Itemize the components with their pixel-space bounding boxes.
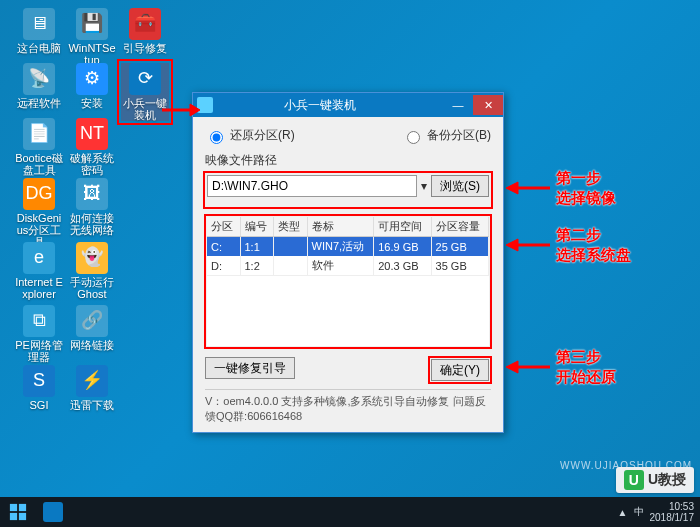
window-title: 小兵一键装机 [217, 97, 443, 114]
desktop-icon-diskgenius[interactable]: DGDiskGenius分区工具 [15, 178, 63, 248]
backup-radio[interactable]: 备份分区(B) [402, 127, 491, 144]
bootice-icon: 📄 [23, 118, 55, 150]
install-icon: ⚙ [76, 63, 108, 95]
arrow-icon [160, 100, 200, 120]
icon-label: 手动运行Ghost [68, 276, 116, 300]
browse-button[interactable]: 浏览(S) [431, 175, 489, 197]
desktop-icon-ghost[interactable]: 👻手动运行Ghost [68, 242, 116, 300]
annotation-step3: 第三步开始还原 [556, 347, 616, 386]
taskbar-app[interactable] [36, 497, 70, 527]
icon-label: 破解系统密码 [68, 152, 116, 176]
icon-label: 如何连接无线网络 [68, 212, 116, 236]
desktop-icon-wifi[interactable]: 🖼如何连接无线网络 [68, 178, 116, 236]
diskgenius-icon: DG [23, 178, 55, 210]
backup-radio-input[interactable] [407, 131, 420, 144]
restore-radio[interactable]: 还原分区(R) [205, 127, 295, 144]
svg-marker-3 [506, 182, 518, 194]
tray-icon[interactable]: ▲ [618, 507, 628, 518]
desktop-icon-ie[interactable]: eInternet Explorer [15, 242, 63, 300]
icon-label: 这台电脑 [15, 42, 63, 54]
desktop-icon-boot-repair[interactable]: 🧰引导修复 [121, 8, 169, 54]
svg-rect-10 [10, 513, 17, 520]
desktop-icon-this-pc[interactable]: 🖥这台电脑 [15, 8, 63, 54]
icon-label: 安装 [68, 97, 116, 109]
minimize-button[interactable]: — [443, 95, 473, 115]
taskbar[interactable]: ▲ 中 10:53 2018/1/17 [0, 497, 700, 527]
ghost-icon: 👻 [76, 242, 108, 274]
netlink-icon: 🔗 [76, 305, 108, 337]
ie-icon: e [23, 242, 55, 274]
boot-repair-icon: 🧰 [129, 8, 161, 40]
repair-boot-button[interactable]: 一键修复引导 [205, 357, 295, 379]
close-button[interactable]: ✕ [473, 95, 503, 115]
remote-icon: 📡 [23, 63, 55, 95]
icon-label: SGI [15, 399, 63, 411]
ok-button[interactable]: 确定(Y) [431, 359, 489, 381]
svg-marker-1 [190, 104, 200, 116]
image-path-label: 映像文件路径 [205, 152, 491, 169]
svg-marker-5 [506, 239, 518, 251]
desktop-icon-thunder[interactable]: ⚡迅雷下载 [68, 365, 116, 411]
dropdown-icon[interactable]: ▾ [421, 179, 427, 193]
clock[interactable]: 10:53 2018/1/17 [650, 501, 695, 523]
titlebar[interactable]: 小兵一键装机 — ✕ [193, 93, 503, 117]
winnt-icon: 💾 [76, 8, 108, 40]
desktop-icon-remote[interactable]: 📡远程软件 [15, 63, 63, 109]
desktop-icon-sgi[interactable]: SSGI [15, 365, 63, 411]
watermark-icon: U [624, 470, 644, 490]
thunder-icon: ⚡ [76, 365, 108, 397]
watermark-badge: U U教授 [616, 467, 694, 493]
ime-icon[interactable]: 中 [634, 505, 644, 519]
icon-label: Bootice磁盘工具 [15, 152, 63, 176]
this-pc-icon: 🖥 [23, 8, 55, 40]
icon-label: PE网络管理器 [15, 339, 63, 363]
wifi-icon: 🖼 [76, 178, 108, 210]
desktop-icon-bootice[interactable]: 📄Bootice磁盘工具 [15, 118, 63, 176]
svg-rect-11 [19, 513, 26, 520]
svg-rect-9 [19, 504, 26, 511]
system-tray[interactable]: ▲ 中 10:53 2018/1/17 [618, 501, 700, 523]
onekey-icon: ⟳ [129, 63, 161, 95]
annotation-step2: 第二步选择系统盘 [556, 225, 631, 264]
image-path-input[interactable] [207, 175, 417, 197]
partition-table[interactable]: 分区 编号 类型 卷标 可用空间 分区容量 C:1:1WIN7,活动16.9 G… [207, 217, 489, 275]
desktop-icon-install[interactable]: ⚙安装 [68, 63, 116, 109]
table-header-row: 分区 编号 类型 卷标 可用空间 分区容量 [207, 217, 489, 237]
windows-icon [9, 503, 27, 521]
restore-radio-input[interactable] [210, 131, 223, 144]
icon-label: Internet Explorer [15, 276, 63, 300]
installer-dialog: 小兵一键装机 — ✕ 还原分区(R) 备份分区(B) 映像文件路径 ▾ 浏览(S… [192, 92, 504, 433]
arrow-icon [506, 237, 550, 253]
desktop-icon-winnt[interactable]: 💾WinNTSetup [68, 8, 116, 66]
icon-label: 网络链接 [68, 339, 116, 351]
table-row[interactable]: C:1:1WIN7,活动16.9 GB25 GB [207, 237, 489, 257]
svg-marker-7 [506, 361, 518, 373]
sgi-icon: S [23, 365, 55, 397]
icon-label: 迅雷下载 [68, 399, 116, 411]
desktop-icon-netman[interactable]: ⧉PE网络管理器 [15, 305, 63, 363]
desktop-icon-ntpw[interactable]: NT破解系统密码 [68, 118, 116, 176]
annotation-step1: 第一步选择镜像 [556, 168, 616, 207]
svg-rect-8 [10, 504, 17, 511]
icon-label: 远程软件 [15, 97, 63, 109]
ntpw-icon: NT [76, 118, 108, 150]
arrow-icon [506, 359, 550, 375]
netman-icon: ⧉ [23, 305, 55, 337]
start-button[interactable] [0, 497, 36, 527]
desktop-icon-netlink[interactable]: 🔗网络链接 [68, 305, 116, 351]
arrow-icon [506, 180, 550, 196]
table-row[interactable]: D:1:2软件20.3 GB35 GB [207, 256, 489, 275]
status-bar: V：oem4.0.0.0 支持多种镜像,多系统引导自动修复 问题反馈QQ群:60… [205, 389, 491, 424]
icon-label: 引导修复 [121, 42, 169, 54]
